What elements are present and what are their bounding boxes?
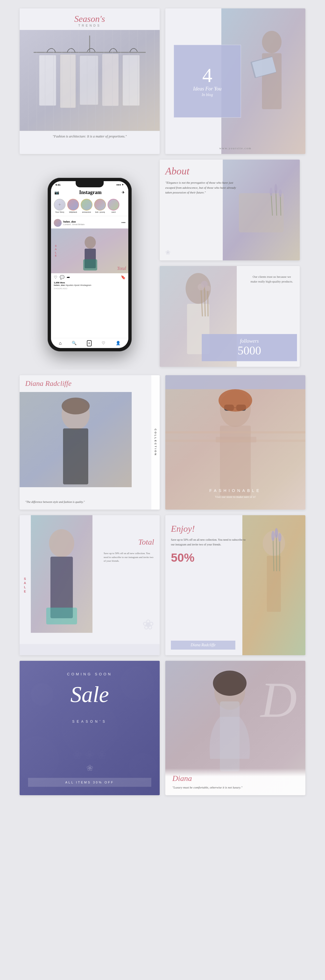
enjoy-percent: 50% <box>171 551 248 565</box>
phone-status-bar: 9:41 ●●● ✦ <box>51 182 128 187</box>
seasons-quote: "Fashion is architecture: It is a matter… <box>20 131 160 142</box>
card-seasons-trends: Season's TRENDS <box>20 8 160 154</box>
card-coming-soon: ❀ ❀ ❀ COMING SOON Sale SEASON'S ❀ ALL IT… <box>20 661 160 795</box>
enjoy-photo-bg <box>242 515 305 655</box>
fashion-top-overlay <box>165 375 305 389</box>
ig-location: London, Great Britain <box>63 223 84 226</box>
card-diana-radcliffe: COLLECTION Diana Radcliffe "The differen… <box>20 375 160 510</box>
ig-caption-username: helen_doe <box>54 284 65 286</box>
svg-rect-46 <box>165 431 305 433</box>
svg-point-14 <box>84 236 96 249</box>
diana-collection-tag: COLLECTION <box>151 375 160 510</box>
sale-letter-e: E <box>55 254 57 257</box>
followers-number: 5000 <box>207 344 292 357</box>
story-avatar-billyblack <box>67 199 79 210</box>
diana-name: Diana Radcliffe <box>25 379 72 388</box>
enjoy-name-box: Diana Radcliffe <box>171 641 235 650</box>
sale-letter-l: L <box>55 251 57 254</box>
ig-post-header: helen_doe London, Great Britain ••• <box>51 217 128 229</box>
svg-point-43 <box>218 389 252 412</box>
diana-photo <box>20 392 132 487</box>
followers-box: followers 5000 <box>202 334 297 361</box>
ig-post-image: S A L E Total <box>51 229 128 273</box>
story-bob-young[interactable]: bob_young <box>94 199 106 213</box>
followers-side-text: Our clients trust us because we make rea… <box>249 274 294 284</box>
svg-point-60 <box>278 533 282 542</box>
svg-point-49 <box>49 529 74 557</box>
ig-logo: Instagram <box>79 189 102 196</box>
ig-nav-search-icon[interactable]: 🔍 <box>72 341 76 345</box>
ig-header: 📷 Instagram ✈ <box>51 188 128 197</box>
ideas-website: www.yoursite.com <box>165 146 305 150</box>
sale-l: L <box>24 585 26 589</box>
fashion-subtitle: Visit our store to make sure of it! <box>165 495 305 498</box>
ig-camera-icon[interactable]: 📷 <box>54 190 59 195</box>
story-label-bob-young: bob_young <box>95 211 105 213</box>
story-billyblack[interactable]: billyblack <box>67 199 79 213</box>
row-5: ❀ ❀ ❀ COMING SOON Sale SEASON'S ❀ ALL IT… <box>6 661 319 795</box>
diana-quote: "The difference between style and fashio… <box>25 500 148 504</box>
story-avatar-carol <box>108 199 119 210</box>
ig-bottom-nav: ⌂ 🔍 + ♡ 👤 <box>51 338 128 348</box>
svg-rect-0 <box>20 30 160 131</box>
ig-comment-icon[interactable]: 💬 <box>60 275 64 280</box>
ig-username[interactable]: helen_doe <box>63 220 84 223</box>
story-avatar-bob-young <box>94 199 106 210</box>
sale-total-text: Total <box>138 538 154 547</box>
ig-nav-profile-icon[interactable]: 👤 <box>116 341 121 345</box>
svg-point-36 <box>62 398 90 414</box>
sale-big-text: Sale <box>20 683 160 706</box>
svg-point-70 <box>213 671 247 696</box>
seasons-title: Season's <box>28 14 151 24</box>
svg-point-9 <box>262 31 282 53</box>
row-4: S A L E Total Save up to 50% off on all … <box>6 515 319 655</box>
story-annavoice[interactable]: annavoice <box>81 199 92 213</box>
ig-post-bg <box>51 229 128 273</box>
svg-line-30 <box>208 290 208 317</box>
sale-photo-bg <box>31 515 92 633</box>
ig-likes: 1,658 likes <box>51 282 128 284</box>
sale-e: E <box>24 590 26 593</box>
about-floral-decoration: ❀ <box>165 249 170 256</box>
sale-bottom-bar <box>20 644 160 655</box>
ideas-line2: In blog <box>202 93 213 97</box>
fashion-title: FASHIONABLE <box>165 488 305 493</box>
diana-d-quote: "Luxury must be comfortable, otherwise i… <box>172 785 298 790</box>
story-label-billyblack: billyblack <box>69 211 77 213</box>
card-about: About "Elegance is not the prerogative o… <box>160 160 300 260</box>
story-your-story[interactable]: + Your Story <box>54 199 65 213</box>
ig-heart-icon[interactable]: ♡ <box>54 275 57 280</box>
ig-nav-home-icon[interactable]: ⌂ <box>59 341 62 346</box>
seasons-illustration <box>20 30 160 131</box>
ig-stories-row: + Your Story billyblack annavoice <box>51 197 128 215</box>
phone-time: 9:41 <box>56 183 61 186</box>
story-label-carol: carol <box>111 211 115 213</box>
svg-rect-4 <box>60 55 76 108</box>
sale-photo <box>31 515 92 633</box>
ideas-number: 4 <box>202 65 212 85</box>
svg-rect-16 <box>83 259 97 270</box>
ig-bookmark-icon[interactable]: 🔖 <box>121 275 126 280</box>
ig-send-icon[interactable]: ✈ <box>122 190 125 195</box>
phone-outer: 9:41 ●●● ✦ 📷 Instagram ✈ + <box>48 178 132 352</box>
enjoy-name: Diana Radcliffe <box>175 643 231 648</box>
coming-soon-floral: ❀ <box>86 763 93 773</box>
row-1: Season's TRENDS <box>6 8 319 154</box>
story-carol[interactable]: carol <box>108 199 119 213</box>
diana-photo-bg <box>20 392 132 487</box>
svg-point-58 <box>271 531 275 541</box>
svg-rect-5 <box>80 56 98 105</box>
svg-rect-37 <box>63 428 88 484</box>
ig-post-overlay: Total <box>117 266 126 271</box>
ig-caption: helen_doe #quotes #post #instagram <box>51 284 128 288</box>
diana-d-name: Diana <box>172 774 298 783</box>
sale-a: A <box>24 581 26 585</box>
ig-nav-heart-icon[interactable]: ♡ <box>102 341 105 345</box>
ig-post-dots[interactable]: ••• <box>121 221 126 225</box>
ig-nav-add-icon[interactable]: + <box>87 340 92 346</box>
story-label-annavoice: annavoice <box>82 211 91 213</box>
ig-share-icon[interactable]: ➦ <box>67 275 70 280</box>
card-sale-total: S A L E Total Save up to 50% off on all … <box>20 515 160 655</box>
ig-user-avatar <box>54 219 62 227</box>
right-col-row2: About "Elegance is not the prerogative o… <box>160 160 300 370</box>
